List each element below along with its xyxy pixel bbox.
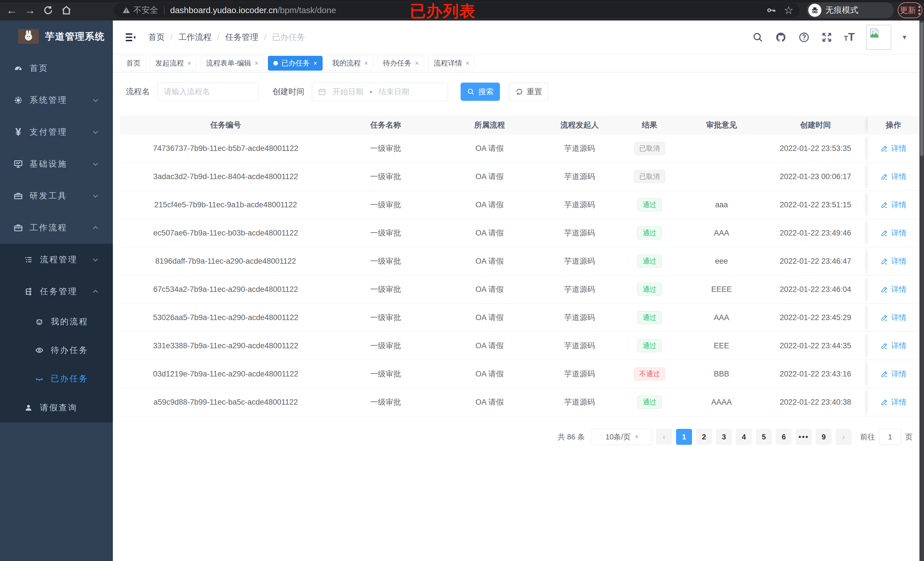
breadcrumb-workflow[interactable]: 工作流程	[178, 31, 212, 43]
tab-done-tasks[interactable]: 已办任务×	[268, 56, 322, 70]
browser-home-icon[interactable]	[60, 4, 73, 17]
cell-action: 详情	[868, 163, 920, 190]
edit-pencil-icon	[880, 201, 888, 209]
broken-image-icon	[868, 27, 880, 39]
breadcrumb-task-management[interactable]: 任务管理	[225, 31, 258, 43]
cell-result: 通过	[620, 339, 680, 352]
detail-link[interactable]: 详情	[880, 369, 907, 379]
close-icon[interactable]: ×	[465, 59, 470, 67]
prev-page-button[interactable]: ‹	[656, 429, 672, 445]
tab-process-detail[interactable]: 流程详情×	[428, 56, 475, 70]
cell-action: 详情	[868, 304, 920, 332]
col-action: 操作	[868, 116, 920, 135]
detail-link[interactable]: 详情	[880, 143, 907, 154]
edit-pencil-icon	[880, 172, 888, 181]
tab-todo-tasks[interactable]: 待办任务×	[377, 56, 424, 70]
browser-back-icon[interactable]: ←	[5, 4, 18, 17]
chevron-down-icon[interactable]: ▾	[903, 33, 906, 42]
incognito-label: 无痕模式	[825, 4, 858, 16]
tab-my-process[interactable]: 我的流程×	[327, 56, 374, 70]
breadcrumb-home[interactable]: 首页	[148, 31, 165, 43]
cell-task-id: 03d1219e-7b9a-11ec-a290-acde48001122	[120, 370, 332, 378]
detail-link[interactable]: 详情	[880, 171, 907, 182]
avatar[interactable]	[866, 25, 891, 50]
browser-forward-icon[interactable]: →	[23, 4, 36, 17]
next-page-button[interactable]: ›	[836, 429, 852, 445]
update-label: 更新	[900, 5, 916, 16]
key-icon[interactable]	[766, 5, 776, 15]
table-row: 3adac3d2-7b9d-11ec-8404-acde48001122 一级审…	[120, 163, 920, 191]
page-button-1[interactable]: 1	[676, 429, 692, 445]
sidebar-item-todo-tasks[interactable]: 待办任务	[0, 336, 113, 365]
detail-link[interactable]: 详情	[880, 284, 907, 295]
sidebar-item-devtools[interactable]: 研发工具	[0, 180, 113, 212]
page-button-3[interactable]: 3	[716, 429, 732, 445]
tab-start-process[interactable]: 发起流程×	[150, 56, 196, 70]
cell-task-name: 一级审批	[332, 228, 440, 238]
chevron-down-icon	[92, 160, 99, 168]
cell-action: 详情	[868, 360, 920, 388]
browser-reload-icon[interactable]	[42, 4, 55, 17]
close-icon[interactable]: ×	[187, 59, 191, 67]
sidebar-item-leave-query[interactable]: 请假查询	[0, 393, 113, 423]
sidebar-item-home[interactable]: 首页	[0, 52, 113, 84]
browser-update-button[interactable]: 更新	[898, 2, 922, 18]
bookmark-star-icon[interactable]: ☆	[784, 4, 794, 16]
page-button-5[interactable]: 5	[756, 429, 772, 445]
detail-link[interactable]: 详情	[880, 256, 907, 266]
cell-starter: 芋道源码	[540, 369, 620, 379]
detail-link[interactable]: 详情	[880, 200, 907, 210]
logo[interactable]: 芋道管理系统	[0, 21, 113, 52]
main-area: 首页 / 工作流程 / 任务管理 / 已办任务 TT ▾ 首页	[113, 21, 920, 561]
security-warning[interactable]: 不安全	[122, 4, 158, 16]
detail-link[interactable]: 详情	[880, 313, 907, 323]
search-icon	[467, 88, 475, 96]
cell-create-time: 2022-01-22 23:49:46	[764, 229, 868, 238]
sidebar-item-system[interactable]: 系统管理	[0, 84, 113, 116]
browser-menu-icon[interactable]	[918, 6, 920, 15]
close-icon[interactable]: ×	[313, 59, 317, 67]
page-button-2[interactable]: 2	[696, 429, 712, 445]
close-icon[interactable]: ×	[255, 59, 258, 67]
col-task-id: 任务编号	[120, 120, 332, 130]
sidebar-item-my-process[interactable]: 我的流程	[0, 308, 113, 336]
table-row: 03d1219e-7b9a-11ec-a290-acde48001122 一级审…	[120, 360, 920, 388]
close-icon[interactable]: ×	[364, 59, 368, 67]
page-button-9[interactable]: 9	[816, 429, 832, 445]
menu-fold-icon[interactable]	[124, 31, 136, 43]
detail-link[interactable]: 详情	[880, 228, 907, 238]
sidebar-item-task-management[interactable]: 任务管理	[0, 276, 113, 308]
process-name-input[interactable]: 请输入流程名	[158, 82, 259, 101]
page-size-select[interactable]: 10条/页 ▾	[592, 429, 652, 445]
sidebar-item-workflow[interactable]: 工作流程	[0, 212, 113, 244]
browser-scrollbar[interactable]	[920, 21, 924, 561]
page-button-6[interactable]: 6	[776, 429, 792, 445]
pagination: 共 86 条 10条/页 ▾ ‹ 1 2 3 4 5 6 ••• 9 › 前往 …	[120, 429, 913, 445]
goto-page-input[interactable]: 1	[879, 429, 901, 445]
done-task-table: 任务编号 任务名称 所属流程 流程发起人 结果 审批意见 创建时间 操作 747…	[120, 116, 920, 416]
sidebar-item-done-tasks[interactable]: 已办任务	[0, 365, 113, 393]
search-button[interactable]: 搜索	[460, 82, 500, 101]
help-icon[interactable]	[798, 31, 810, 43]
scrollbar-thumb[interactable]	[920, 22, 923, 156]
cell-opinion: EEEE	[680, 285, 764, 294]
tab-process-form-edit[interactable]: 流程表单-编辑×	[201, 56, 264, 70]
page-button-4[interactable]: 4	[736, 429, 752, 445]
search-icon[interactable]	[752, 31, 764, 43]
detail-link[interactable]: 详情	[880, 341, 907, 351]
github-icon[interactable]	[775, 31, 787, 43]
cell-task-id: 3adac3d2-7b9d-11ec-8404-acde48001122	[120, 172, 332, 181]
font-size-icon[interactable]: TT	[844, 31, 855, 43]
close-icon[interactable]: ×	[415, 59, 418, 67]
tab-home[interactable]: 首页	[121, 56, 146, 70]
sidebar-item-process-management[interactable]: 流程管理	[0, 244, 113, 276]
omnibox-divider	[164, 6, 165, 15]
sidebar-item-payment[interactable]: ¥ 支付管理	[0, 116, 113, 148]
date-range-input[interactable]: 开始日期 - 结束日期	[312, 82, 448, 101]
sidebar-item-infrastructure[interactable]: 基础设施	[0, 148, 113, 180]
more-pages-button[interactable]: •••	[796, 429, 812, 445]
cell-action: 详情	[868, 332, 920, 360]
reset-button[interactable]: 重置	[509, 82, 548, 101]
detail-link[interactable]: 详情	[880, 397, 907, 407]
fullscreen-icon[interactable]	[821, 31, 832, 43]
